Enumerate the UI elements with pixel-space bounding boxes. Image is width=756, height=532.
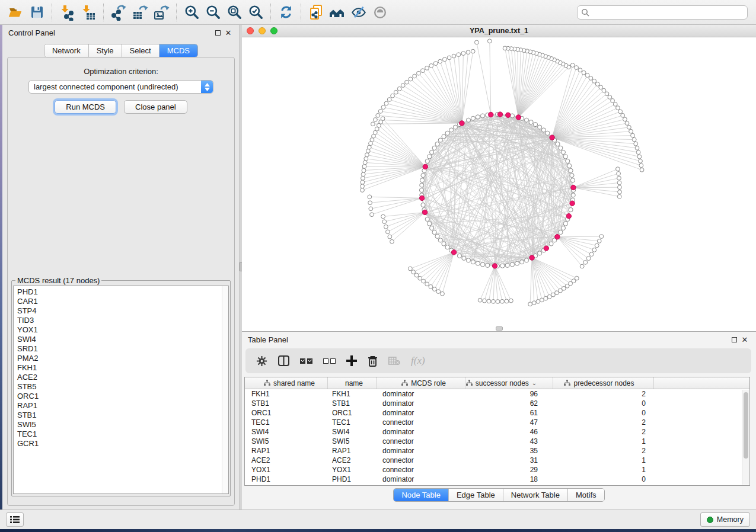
- table-row[interactable]: ORC1ORC1dominator610: [245, 408, 749, 418]
- delete-columns-icon[interactable]: [368, 355, 378, 367]
- import-network-icon[interactable]: [56, 2, 78, 23]
- scrollbar-thumb[interactable]: [744, 392, 748, 459]
- table-cell: RAP1: [245, 446, 328, 456]
- memory-button[interactable]: Memory: [700, 512, 750, 527]
- table-cell: 61: [465, 408, 553, 418]
- mcds-result-item[interactable]: YOX1: [17, 325, 222, 335]
- new-network-from-selection-icon[interactable]: [305, 2, 327, 23]
- hide-selected-icon[interactable]: [348, 2, 369, 23]
- close-panel-button[interactable]: Close panel: [124, 100, 187, 114]
- zoom-selected-icon[interactable]: [245, 2, 266, 23]
- table-cell: 46: [465, 427, 553, 437]
- import-table-icon[interactable]: [78, 2, 99, 23]
- zoom-out-icon[interactable]: [202, 2, 224, 23]
- close-panel-icon[interactable]: ✕: [223, 28, 234, 37]
- column-header-name[interactable]: name: [328, 377, 377, 389]
- column-header-shared-name[interactable]: shared name: [245, 377, 328, 389]
- tab-mcds[interactable]: MCDS: [159, 44, 197, 57]
- table-cell: connector: [377, 418, 465, 427]
- mcds-result-item[interactable]: RAP1: [17, 401, 222, 411]
- table-row[interactable]: YOX1YOX1connector291: [245, 465, 749, 475]
- deselect-all-checkboxes-icon[interactable]: [323, 358, 336, 364]
- search-input[interactable]: [592, 8, 744, 17]
- mcds-result-item[interactable]: PMA2: [17, 354, 222, 363]
- mcds-result-list[interactable]: PHD1CAR1STP4TID3YOX1SWI4SRD1PMA2FKH1ACE2…: [14, 286, 222, 493]
- table-cell: 43: [465, 437, 553, 446]
- refresh-layout-icon[interactable]: [275, 2, 296, 23]
- column-header-mcds-role[interactable]: MCDS role: [377, 377, 465, 389]
- table-options-gear-icon[interactable]: [256, 355, 267, 367]
- tab-network-table[interactable]: Network Table: [503, 489, 567, 501]
- mcds-result-item[interactable]: CAR1: [17, 297, 222, 306]
- float-table-panel-icon[interactable]: [729, 335, 739, 344]
- table-row[interactable]: RAP1RAP1dominator352: [245, 446, 749, 456]
- zoom-fit-icon[interactable]: [224, 2, 245, 23]
- criterion-dropdown-value: largest connected component (undirected): [29, 82, 201, 91]
- show-all-icon[interactable]: [369, 2, 391, 23]
- table-row[interactable]: SWI4SWI4dominator462: [245, 427, 749, 437]
- mcds-result-item[interactable]: ORC1: [17, 392, 222, 401]
- network-canvas[interactable]: [242, 37, 756, 331]
- table-cell: ACE2: [328, 456, 377, 465]
- window-close-icon[interactable]: [247, 27, 254, 34]
- table-row[interactable]: ACE2ACE2connector311: [245, 456, 749, 465]
- mcds-result-item[interactable]: SWI5: [17, 420, 222, 430]
- window-minimize-icon[interactable]: [259, 27, 266, 34]
- table-cell-filler: [654, 399, 749, 408]
- table-cell-filler: [654, 389, 749, 399]
- mcds-result-item[interactable]: STP4: [17, 306, 222, 316]
- mcds-result-item[interactable]: SWI4: [17, 335, 222, 344]
- table-row[interactable]: SWI5SWI5connector431: [245, 437, 749, 446]
- open-file-icon[interactable]: [5, 2, 26, 23]
- table-cell: SWI4: [328, 427, 377, 437]
- search-field[interactable]: [577, 5, 748, 20]
- export-table-icon[interactable]: [129, 2, 151, 23]
- mcds-result-item[interactable]: SRD1: [17, 344, 222, 354]
- column-header-successor-nodes[interactable]: successor nodes⌄: [465, 377, 553, 389]
- mcds-result-item[interactable]: ACE2: [17, 373, 222, 382]
- tab-network[interactable]: Network: [44, 44, 88, 57]
- table-row[interactable]: PHD1PHD1dominator180: [245, 475, 749, 484]
- node-table-scrollbar[interactable]: [742, 390, 749, 485]
- first-neighbors-icon[interactable]: [327, 2, 348, 23]
- task-history-button[interactable]: [6, 512, 24, 527]
- memory-label: Memory: [717, 515, 744, 524]
- mcds-result-item[interactable]: STB1: [17, 411, 222, 420]
- float-panel-icon[interactable]: [212, 28, 223, 37]
- export-image-icon[interactable]: [151, 2, 172, 23]
- save-session-icon[interactable]: [26, 2, 47, 23]
- table-row[interactable]: TEC1TEC1connector472: [245, 418, 749, 427]
- tab-edge-table[interactable]: Edge Table: [448, 489, 503, 501]
- column-header-predecessor-nodes[interactable]: predecessor nodes: [553, 377, 654, 389]
- show-columns-icon[interactable]: [278, 355, 289, 366]
- criterion-dropdown[interactable]: largest connected component (undirected): [28, 80, 213, 94]
- table-row[interactable]: STB1STB1dominator620: [245, 399, 749, 408]
- mcds-list-scrollbar[interactable]: [222, 286, 228, 493]
- panel-splitter-horizontal-handle[interactable]: [496, 326, 503, 331]
- mcds-result-item[interactable]: GCR1: [17, 439, 222, 448]
- tab-node-table[interactable]: Node Table: [394, 489, 448, 501]
- select-all-checkboxes-icon[interactable]: [300, 358, 312, 364]
- table-cell: ACE2: [245, 456, 328, 465]
- tab-style[interactable]: Style: [88, 44, 122, 57]
- run-mcds-button[interactable]: Run MCDS: [55, 100, 116, 114]
- close-table-panel-icon[interactable]: ✕: [739, 335, 750, 344]
- mcds-result-item[interactable]: STB5: [17, 382, 222, 392]
- export-network-icon[interactable]: [108, 2, 129, 23]
- table-cell: 47: [465, 418, 553, 427]
- network-graph[interactable]: [242, 37, 756, 331]
- mcds-result-item[interactable]: TEC1: [17, 430, 222, 439]
- toolbar-separator: [52, 4, 52, 21]
- mcds-result-item[interactable]: PHD1: [17, 287, 222, 297]
- table-cell: 0: [553, 408, 654, 418]
- window-zoom-icon[interactable]: [270, 27, 277, 34]
- tab-motifs[interactable]: Motifs: [567, 489, 604, 501]
- zoom-in-icon[interactable]: [181, 2, 202, 23]
- tab-select[interactable]: Select: [122, 44, 159, 57]
- table-row[interactable]: FKH1FKH1dominator962: [245, 389, 749, 399]
- network-window: YPA_prune.txt_1: [242, 25, 756, 332]
- add-column-icon[interactable]: [346, 355, 357, 366]
- mcds-result-item[interactable]: FKH1: [17, 363, 222, 373]
- mcds-result-item[interactable]: TID3: [17, 316, 222, 325]
- table-cell: 96: [465, 389, 553, 399]
